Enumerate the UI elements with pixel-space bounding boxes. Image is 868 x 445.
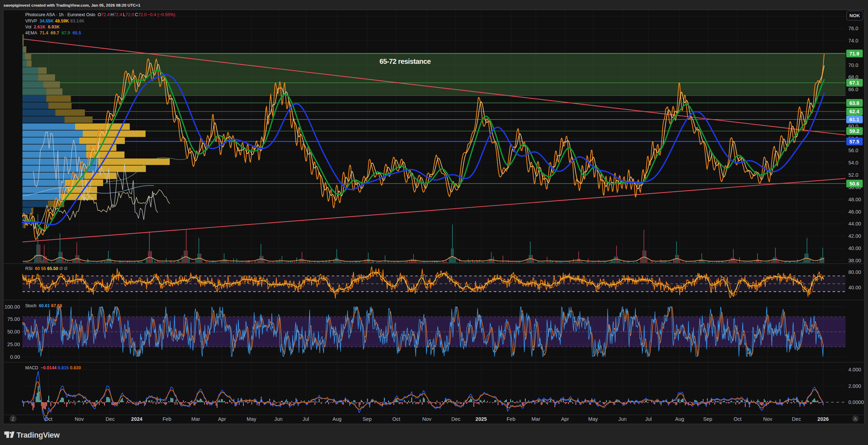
svg-text:42.00: 42.00	[848, 233, 861, 239]
svg-text:Mar: Mar	[191, 416, 200, 422]
svg-text:54.0: 54.0	[848, 160, 858, 166]
svg-text:74.0: 74.0	[848, 38, 858, 43]
svg-text:70.0: 70.0	[848, 62, 858, 68]
svg-text:80.00: 80.00	[848, 269, 861, 275]
svg-text:52.0: 52.0	[848, 172, 858, 178]
svg-text:66.0: 66.0	[848, 87, 858, 92]
svg-text:Jul: Jul	[303, 416, 309, 422]
svg-text:Dec: Dec	[106, 416, 115, 422]
svg-text:40.00: 40.00	[848, 285, 861, 290]
svg-text:Oct: Oct	[392, 416, 401, 422]
svg-text:Vol 2.61K 6.93K: Vol 2.61K 6.93K	[25, 25, 60, 29]
svg-text:100.00: 100.00	[5, 304, 20, 310]
svg-text:75.00: 75.00	[7, 316, 20, 322]
svg-text:59.2: 59.2	[849, 128, 859, 134]
svg-text:A: A	[854, 417, 857, 422]
svg-text:Z: Z	[12, 417, 14, 422]
svg-text:62.4: 62.4	[849, 109, 859, 114]
svg-text:46.00: 46.00	[848, 209, 861, 215]
svg-text:2026: 2026	[817, 416, 829, 422]
svg-text:Feb: Feb	[507, 416, 516, 422]
svg-text:25.00: 25.00	[7, 342, 20, 347]
svg-text:4EMA 71.4 69.7 67.9 65.5: 4EMA 71.4 69.7 67.9 65.5	[25, 31, 81, 35]
svg-text:2025: 2025	[476, 416, 487, 422]
svg-text:Nov: Nov	[422, 416, 432, 422]
svg-text:Stoch 60.61 67.68: Stoch 60.61 67.68	[25, 303, 62, 308]
svg-text:Dec: Dec	[451, 416, 460, 422]
svg-text:0.00: 0.00	[10, 354, 20, 360]
svg-text:MACD −0.0144 0.815 0.830: MACD −0.0144 0.815 0.830	[25, 365, 81, 370]
svg-text:Aug: Aug	[332, 416, 342, 422]
svg-text:0.0000: 0.0000	[848, 399, 864, 405]
svg-text:76.0: 76.0	[848, 26, 858, 31]
svg-text:Apr: Apr	[218, 416, 226, 422]
svg-text:May: May	[247, 416, 256, 422]
svg-text:Mar: Mar	[532, 416, 540, 422]
svg-text:Feb: Feb	[163, 416, 171, 422]
svg-text:71.9: 71.9	[849, 51, 859, 56]
svg-text:57.5: 57.5	[849, 139, 859, 144]
svg-text:56.0: 56.0	[848, 148, 858, 153]
svg-text:VRVP 34.55K 48.59K 83.14K: VRVP 34.55K 48.59K 83.14K	[25, 19, 85, 23]
svg-text:NOK: NOK	[849, 13, 860, 18]
svg-text:4.000: 4.000	[848, 367, 861, 372]
svg-text:61.1: 61.1	[849, 117, 859, 122]
svg-text:38.00: 38.00	[848, 258, 861, 263]
svg-text:2.000: 2.000	[848, 383, 861, 389]
svg-text:2024: 2024	[131, 416, 142, 422]
svg-text:May: May	[588, 416, 598, 422]
svg-text:TradingView: TradingView	[16, 431, 60, 439]
svg-text:67.1: 67.1	[849, 80, 859, 86]
svg-text:50.6: 50.6	[849, 181, 859, 187]
svg-text:Jun: Jun	[274, 416, 282, 422]
svg-text:Nov: Nov	[763, 416, 773, 422]
svg-text:Aug: Aug	[675, 416, 684, 422]
svg-text:40.00: 40.00	[848, 245, 861, 251]
svg-text:RSI 60 55 65.50 Ø Ø: RSI 60 55 65.50 Ø Ø	[25, 266, 68, 271]
svg-text:63.8: 63.8	[849, 100, 859, 106]
svg-text:48.00: 48.00	[848, 197, 861, 202]
svg-text:44.00: 44.00	[848, 221, 861, 227]
svg-text:Nov: Nov	[75, 416, 84, 422]
svg-text:50.00: 50.00	[7, 329, 20, 335]
svg-text:65-72 resistance: 65-72 resistance	[379, 58, 431, 65]
svg-text:Oct: Oct	[734, 416, 742, 422]
svg-text:Jun: Jun	[618, 416, 626, 422]
svg-text:Sep: Sep	[363, 416, 372, 422]
svg-text:Photocure ASA · 1h · Euronext: Photocure ASA · 1h · Euronext Oslo O72.4…	[25, 12, 175, 17]
svg-text:Jul: Jul	[645, 416, 652, 422]
svg-text:Oct: Oct	[45, 416, 53, 422]
svg-text:Sep: Sep	[703, 416, 712, 422]
svg-text:savepiginvest created with Tra: savepiginvest created with TradingView.c…	[4, 3, 141, 7]
svg-text:Apr: Apr	[561, 416, 569, 422]
svg-text:Dec: Dec	[792, 416, 801, 422]
